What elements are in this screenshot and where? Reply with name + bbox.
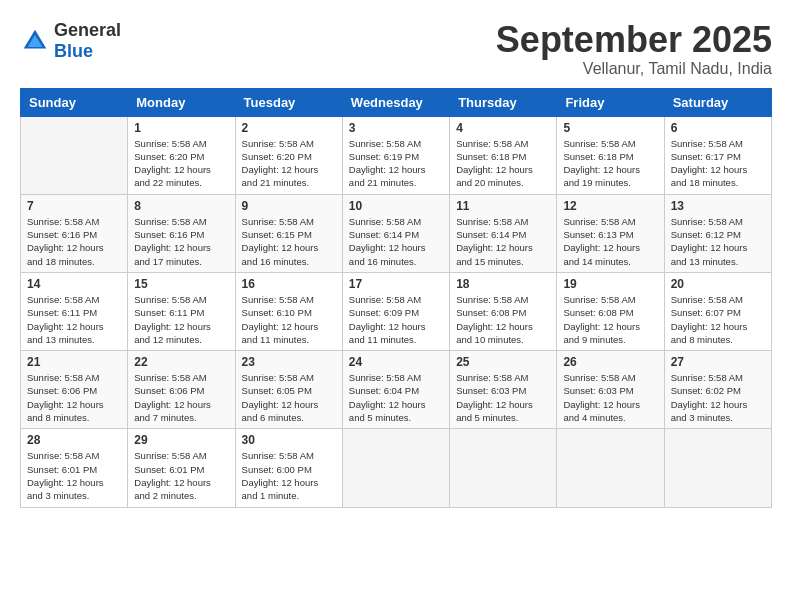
calendar-cell: 10Sunrise: 5:58 AMSunset: 6:14 PMDayligh… <box>342 194 449 272</box>
title-area: September 2025 Vellanur, Tamil Nadu, Ind… <box>496 20 772 78</box>
calendar-body: 1Sunrise: 5:58 AMSunset: 6:20 PMDaylight… <box>21 116 772 507</box>
location-title: Vellanur, Tamil Nadu, India <box>496 60 772 78</box>
calendar-cell: 6Sunrise: 5:58 AMSunset: 6:17 PMDaylight… <box>664 116 771 194</box>
calendar-cell <box>450 429 557 507</box>
day-info: Sunrise: 5:58 AMSunset: 6:03 PMDaylight:… <box>456 371 550 424</box>
day-number: 9 <box>242 199 336 213</box>
day-number: 24 <box>349 355 443 369</box>
day-info: Sunrise: 5:58 AMSunset: 6:00 PMDaylight:… <box>242 449 336 502</box>
calendar-cell: 24Sunrise: 5:58 AMSunset: 6:04 PMDayligh… <box>342 351 449 429</box>
calendar-cell: 3Sunrise: 5:58 AMSunset: 6:19 PMDaylight… <box>342 116 449 194</box>
calendar-cell: 22Sunrise: 5:58 AMSunset: 6:06 PMDayligh… <box>128 351 235 429</box>
calendar-header-sunday: Sunday <box>21 88 128 116</box>
day-number: 5 <box>563 121 657 135</box>
day-number: 22 <box>134 355 228 369</box>
logo-icon <box>20 26 50 56</box>
calendar-cell: 21Sunrise: 5:58 AMSunset: 6:06 PMDayligh… <box>21 351 128 429</box>
calendar-header-thursday: Thursday <box>450 88 557 116</box>
day-info: Sunrise: 5:58 AMSunset: 6:06 PMDaylight:… <box>134 371 228 424</box>
calendar-header-saturday: Saturday <box>664 88 771 116</box>
calendar-cell: 11Sunrise: 5:58 AMSunset: 6:14 PMDayligh… <box>450 194 557 272</box>
logo: General Blue <box>20 20 121 62</box>
calendar-cell <box>664 429 771 507</box>
day-info: Sunrise: 5:58 AMSunset: 6:09 PMDaylight:… <box>349 293 443 346</box>
day-info: Sunrise: 5:58 AMSunset: 6:16 PMDaylight:… <box>134 215 228 268</box>
calendar-week-2: 14Sunrise: 5:58 AMSunset: 6:11 PMDayligh… <box>21 272 772 350</box>
calendar-cell: 30Sunrise: 5:58 AMSunset: 6:00 PMDayligh… <box>235 429 342 507</box>
day-info: Sunrise: 5:58 AMSunset: 6:06 PMDaylight:… <box>27 371 121 424</box>
calendar-cell <box>557 429 664 507</box>
calendar-cell: 29Sunrise: 5:58 AMSunset: 6:01 PMDayligh… <box>128 429 235 507</box>
day-number: 3 <box>349 121 443 135</box>
day-info: Sunrise: 5:58 AMSunset: 6:15 PMDaylight:… <box>242 215 336 268</box>
day-number: 7 <box>27 199 121 213</box>
day-info: Sunrise: 5:58 AMSunset: 6:08 PMDaylight:… <box>456 293 550 346</box>
calendar-cell: 8Sunrise: 5:58 AMSunset: 6:16 PMDaylight… <box>128 194 235 272</box>
day-number: 1 <box>134 121 228 135</box>
calendar-cell: 23Sunrise: 5:58 AMSunset: 6:05 PMDayligh… <box>235 351 342 429</box>
calendar-week-0: 1Sunrise: 5:58 AMSunset: 6:20 PMDaylight… <box>21 116 772 194</box>
day-number: 8 <box>134 199 228 213</box>
calendar-cell: 26Sunrise: 5:58 AMSunset: 6:03 PMDayligh… <box>557 351 664 429</box>
day-number: 20 <box>671 277 765 291</box>
calendar-cell: 5Sunrise: 5:58 AMSunset: 6:18 PMDaylight… <box>557 116 664 194</box>
day-number: 25 <box>456 355 550 369</box>
day-number: 26 <box>563 355 657 369</box>
calendar-header-row: SundayMondayTuesdayWednesdayThursdayFrid… <box>21 88 772 116</box>
header: General Blue September 2025 Vellanur, Ta… <box>20 20 772 78</box>
day-info: Sunrise: 5:58 AMSunset: 6:11 PMDaylight:… <box>134 293 228 346</box>
day-info: Sunrise: 5:58 AMSunset: 6:16 PMDaylight:… <box>27 215 121 268</box>
calendar-cell: 25Sunrise: 5:58 AMSunset: 6:03 PMDayligh… <box>450 351 557 429</box>
calendar-cell: 27Sunrise: 5:58 AMSunset: 6:02 PMDayligh… <box>664 351 771 429</box>
day-info: Sunrise: 5:58 AMSunset: 6:07 PMDaylight:… <box>671 293 765 346</box>
day-info: Sunrise: 5:58 AMSunset: 6:12 PMDaylight:… <box>671 215 765 268</box>
calendar-cell <box>21 116 128 194</box>
day-info: Sunrise: 5:58 AMSunset: 6:18 PMDaylight:… <box>456 137 550 190</box>
day-number: 13 <box>671 199 765 213</box>
calendar-cell: 2Sunrise: 5:58 AMSunset: 6:20 PMDaylight… <box>235 116 342 194</box>
calendar-cell: 9Sunrise: 5:58 AMSunset: 6:15 PMDaylight… <box>235 194 342 272</box>
calendar-cell: 17Sunrise: 5:58 AMSunset: 6:09 PMDayligh… <box>342 272 449 350</box>
calendar-header-wednesday: Wednesday <box>342 88 449 116</box>
calendar-cell: 16Sunrise: 5:58 AMSunset: 6:10 PMDayligh… <box>235 272 342 350</box>
day-number: 10 <box>349 199 443 213</box>
calendar-cell: 7Sunrise: 5:58 AMSunset: 6:16 PMDaylight… <box>21 194 128 272</box>
day-number: 4 <box>456 121 550 135</box>
day-info: Sunrise: 5:58 AMSunset: 6:10 PMDaylight:… <box>242 293 336 346</box>
day-number: 11 <box>456 199 550 213</box>
calendar-cell: 1Sunrise: 5:58 AMSunset: 6:20 PMDaylight… <box>128 116 235 194</box>
calendar-cell: 28Sunrise: 5:58 AMSunset: 6:01 PMDayligh… <box>21 429 128 507</box>
day-info: Sunrise: 5:58 AMSunset: 6:20 PMDaylight:… <box>242 137 336 190</box>
calendar-cell <box>342 429 449 507</box>
calendar-header-friday: Friday <box>557 88 664 116</box>
day-number: 17 <box>349 277 443 291</box>
logo-text-blue: Blue <box>54 41 93 61</box>
day-info: Sunrise: 5:58 AMSunset: 6:18 PMDaylight:… <box>563 137 657 190</box>
day-number: 6 <box>671 121 765 135</box>
day-info: Sunrise: 5:58 AMSunset: 6:01 PMDaylight:… <box>27 449 121 502</box>
day-info: Sunrise: 5:58 AMSunset: 6:05 PMDaylight:… <box>242 371 336 424</box>
day-number: 27 <box>671 355 765 369</box>
day-info: Sunrise: 5:58 AMSunset: 6:13 PMDaylight:… <box>563 215 657 268</box>
day-number: 23 <box>242 355 336 369</box>
day-info: Sunrise: 5:58 AMSunset: 6:14 PMDaylight:… <box>456 215 550 268</box>
day-info: Sunrise: 5:58 AMSunset: 6:01 PMDaylight:… <box>134 449 228 502</box>
calendar-cell: 20Sunrise: 5:58 AMSunset: 6:07 PMDayligh… <box>664 272 771 350</box>
calendar-week-3: 21Sunrise: 5:58 AMSunset: 6:06 PMDayligh… <box>21 351 772 429</box>
day-info: Sunrise: 5:58 AMSunset: 6:19 PMDaylight:… <box>349 137 443 190</box>
day-number: 2 <box>242 121 336 135</box>
day-info: Sunrise: 5:58 AMSunset: 6:02 PMDaylight:… <box>671 371 765 424</box>
day-number: 29 <box>134 433 228 447</box>
month-title: September 2025 <box>496 20 772 60</box>
calendar-cell: 15Sunrise: 5:58 AMSunset: 6:11 PMDayligh… <box>128 272 235 350</box>
day-number: 14 <box>27 277 121 291</box>
calendar-cell: 13Sunrise: 5:58 AMSunset: 6:12 PMDayligh… <box>664 194 771 272</box>
day-info: Sunrise: 5:58 AMSunset: 6:20 PMDaylight:… <box>134 137 228 190</box>
day-info: Sunrise: 5:58 AMSunset: 6:14 PMDaylight:… <box>349 215 443 268</box>
logo-text-general: General <box>54 20 121 40</box>
day-number: 21 <box>27 355 121 369</box>
calendar-header-monday: Monday <box>128 88 235 116</box>
day-number: 30 <box>242 433 336 447</box>
calendar-cell: 12Sunrise: 5:58 AMSunset: 6:13 PMDayligh… <box>557 194 664 272</box>
day-number: 12 <box>563 199 657 213</box>
